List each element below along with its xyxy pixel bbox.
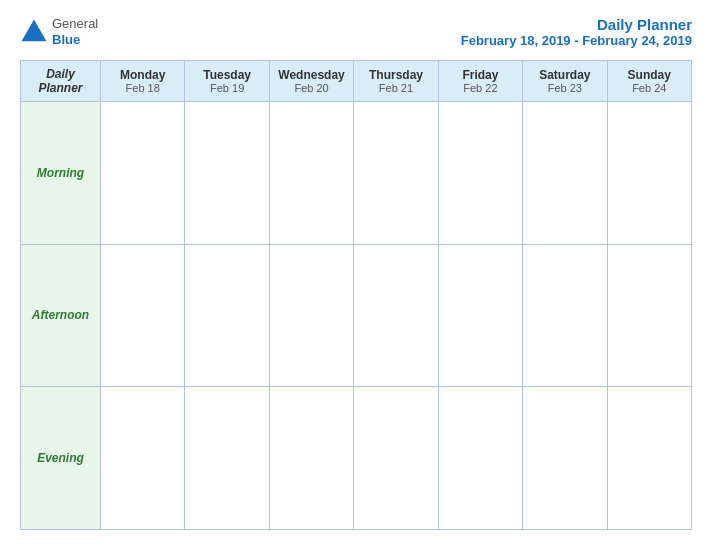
morning-label: Morning	[21, 102, 101, 245]
evening-label: Evening	[21, 387, 101, 530]
cell-afternoon-sunday[interactable]	[607, 244, 691, 387]
col-header-monday: Monday Feb 18	[101, 61, 185, 102]
col-header-sunday: Sunday Feb 24	[607, 61, 691, 102]
logo: General Blue	[20, 16, 98, 47]
title-area: Daily Planner February 18, 2019 - Februa…	[461, 16, 692, 48]
col-header-friday: Friday Feb 22	[438, 61, 522, 102]
row-evening: Evening	[21, 387, 692, 530]
col-header-wednesday: Wednesday Feb 20	[269, 61, 353, 102]
svg-marker-0	[22, 19, 47, 41]
row-afternoon: Afternoon	[21, 244, 692, 387]
date-range: February 18, 2019 - February 24, 2019	[461, 33, 692, 48]
cell-evening-tuesday[interactable]	[185, 387, 269, 530]
page-title: Daily Planner	[461, 16, 692, 33]
cell-evening-sunday[interactable]	[607, 387, 691, 530]
cell-afternoon-tuesday[interactable]	[185, 244, 269, 387]
header-row: Daily Planner Monday Feb 18 Tuesday Feb …	[21, 61, 692, 102]
row-morning: Morning	[21, 102, 692, 245]
cell-afternoon-thursday[interactable]	[354, 244, 438, 387]
cell-morning-monday[interactable]	[101, 102, 185, 245]
logo-text: General Blue	[52, 16, 98, 47]
planner-table: Daily Planner Monday Feb 18 Tuesday Feb …	[20, 60, 692, 530]
cell-evening-wednesday[interactable]	[269, 387, 353, 530]
col-header-thursday: Thursday Feb 21	[354, 61, 438, 102]
afternoon-label: Afternoon	[21, 244, 101, 387]
col-header-saturday: Saturday Feb 23	[523, 61, 607, 102]
logo-general: General	[52, 16, 98, 32]
cell-morning-tuesday[interactable]	[185, 102, 269, 245]
logo-blue: Blue	[52, 32, 98, 48]
cell-afternoon-monday[interactable]	[101, 244, 185, 387]
cell-afternoon-saturday[interactable]	[523, 244, 607, 387]
cell-afternoon-wednesday[interactable]	[269, 244, 353, 387]
page-header: General Blue Daily Planner February 18, …	[20, 16, 692, 48]
cell-morning-thursday[interactable]	[354, 102, 438, 245]
corner-header: Daily Planner	[21, 61, 101, 102]
cell-afternoon-friday[interactable]	[438, 244, 522, 387]
cell-evening-thursday[interactable]	[354, 387, 438, 530]
cell-morning-saturday[interactable]	[523, 102, 607, 245]
cell-morning-sunday[interactable]	[607, 102, 691, 245]
cell-evening-saturday[interactable]	[523, 387, 607, 530]
cell-morning-wednesday[interactable]	[269, 102, 353, 245]
cell-evening-friday[interactable]	[438, 387, 522, 530]
corner-label: Daily Planner	[38, 67, 82, 95]
general-blue-icon	[20, 18, 48, 46]
cell-evening-monday[interactable]	[101, 387, 185, 530]
cell-morning-friday[interactable]	[438, 102, 522, 245]
col-header-tuesday: Tuesday Feb 19	[185, 61, 269, 102]
